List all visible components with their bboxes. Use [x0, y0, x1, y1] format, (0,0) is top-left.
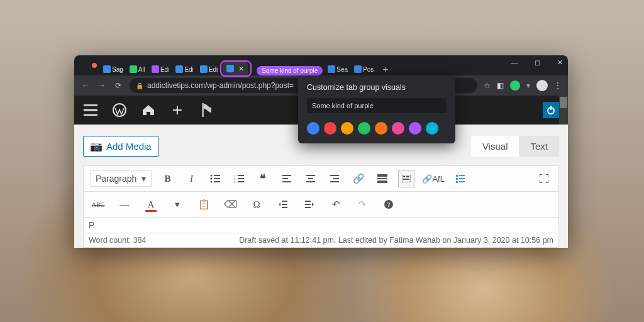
- new-tab-button[interactable]: +: [377, 64, 393, 75]
- bullet-list-button[interactable]: [207, 170, 223, 187]
- svg-rect-26: [377, 178, 387, 179]
- bold-button[interactable]: B: [159, 170, 175, 187]
- reload-button[interactable]: ⟳: [113, 81, 123, 90]
- tab-all[interactable]: All: [127, 63, 148, 75]
- tab-sag[interactable]: Sag: [101, 63, 126, 75]
- star-icon[interactable]: ☆: [484, 81, 491, 90]
- color-swatch-red[interactable]: [324, 122, 336, 135]
- extension-icon[interactable]: [510, 80, 520, 91]
- paste-text-button[interactable]: 📋: [196, 196, 212, 213]
- svg-rect-37: [459, 181, 465, 182]
- svg-rect-23: [333, 178, 339, 179]
- fullscreen-button[interactable]: [536, 170, 552, 187]
- redo-button[interactable]: ↷: [354, 196, 370, 213]
- camera-icon: 📷: [90, 140, 103, 152]
- chevron-down-icon: ▾: [142, 174, 146, 184]
- tab-label: Edi: [160, 66, 169, 73]
- svg-rect-38: [282, 201, 287, 202]
- browser-window: Sag All Edi Edi Edi ✕ Some kind of purpl…: [74, 55, 568, 248]
- checklist-button[interactable]: [452, 170, 469, 187]
- svg-text:3: 3: [234, 180, 236, 183]
- paragraph-label: Paragraph: [96, 174, 136, 184]
- home-icon[interactable]: [141, 103, 156, 118]
- paragraph-dropdown[interactable]: Paragraph ▾: [90, 170, 152, 187]
- tab-group-chip[interactable]: Some kind of purple: [257, 66, 323, 75]
- tab-search[interactable]: Sea: [325, 63, 350, 75]
- undo-button[interactable]: ↶: [328, 196, 344, 213]
- align-left-button[interactable]: [279, 170, 295, 187]
- svg-rect-39: [282, 204, 287, 205]
- color-swatch-cyan[interactable]: [426, 122, 438, 135]
- tab-visual[interactable]: Visual: [471, 136, 519, 157]
- back-button[interactable]: ←: [80, 81, 91, 90]
- color-swatch-green[interactable]: [358, 122, 370, 135]
- recording-indicator-icon: [92, 63, 97, 68]
- italic-button[interactable]: I: [183, 170, 199, 187]
- svg-rect-29: [403, 176, 405, 177]
- new-post-icon[interactable]: +: [170, 103, 185, 118]
- svg-rect-7: [214, 178, 220, 179]
- chevron-down-icon[interactable]: ▾: [169, 196, 186, 213]
- power-icon[interactable]: [543, 102, 559, 118]
- color-swatch-pink[interactable]: [392, 122, 404, 135]
- text-color-button[interactable]: A: [143, 196, 159, 213]
- tab-text[interactable]: Text: [519, 136, 559, 157]
- align-center-button[interactable]: [303, 170, 319, 187]
- color-swatch-blue[interactable]: [307, 122, 319, 135]
- clear-formatting-button[interactable]: ⌫: [222, 196, 238, 213]
- menu-icon[interactable]: ⋮: [554, 81, 562, 90]
- color-swatch-yellow[interactable]: [341, 122, 353, 135]
- svg-point-8: [211, 181, 213, 183]
- close-icon[interactable]: ✕: [238, 65, 244, 73]
- extension-icon[interactable]: ◧: [497, 81, 504, 90]
- extension-icon[interactable]: ▾: [526, 81, 530, 90]
- svg-rect-25: [377, 174, 387, 177]
- minimize-button[interactable]: —: [510, 58, 519, 67]
- tab-label: Pos: [363, 66, 374, 73]
- tab-edit-1[interactable]: Edi: [149, 63, 172, 75]
- color-swatch-orange[interactable]: [375, 122, 387, 135]
- favicon-icon: [175, 65, 183, 73]
- help-button[interactable]: ?: [380, 196, 397, 213]
- svg-rect-35: [459, 178, 465, 179]
- seo-icon[interactable]: [199, 103, 214, 118]
- tab-edit-3[interactable]: Edi: [197, 63, 220, 75]
- scrollbar[interactable]: [559, 96, 568, 125]
- svg-rect-9: [214, 181, 220, 182]
- afl-button[interactable]: 🔗AfL: [422, 170, 445, 187]
- special-char-button[interactable]: Ω: [248, 196, 265, 213]
- strikethrough-button[interactable]: ABC: [90, 196, 106, 213]
- menu-icon[interactable]: [83, 103, 98, 118]
- numbered-list-button[interactable]: 123: [231, 170, 247, 187]
- tab-active[interactable]: ✕: [223, 61, 248, 76]
- add-media-button[interactable]: 📷 Add Media: [83, 136, 158, 157]
- tab-group-popup: Customize tab group visuals: [298, 75, 455, 143]
- tab-posts[interactable]: Pos: [352, 63, 376, 75]
- svg-rect-33: [459, 175, 465, 176]
- svg-rect-24: [330, 181, 339, 182]
- favicon-icon: [354, 65, 362, 73]
- read-more-button[interactable]: [374, 170, 391, 187]
- color-swatches: [307, 122, 447, 135]
- profile-avatar[interactable]: [536, 80, 548, 91]
- hr-button[interactable]: —: [116, 196, 133, 213]
- url-text: addictivetips.com/wp-admin/post.php?post…: [147, 81, 294, 90]
- maximize-button[interactable]: ◻: [533, 58, 541, 67]
- group-name-input[interactable]: [307, 98, 447, 113]
- tab-group-active[interactable]: ✕: [221, 62, 250, 75]
- path-crumb[interactable]: P: [89, 220, 94, 230]
- toolbar-toggle-button[interactable]: [398, 170, 414, 187]
- blockquote-button[interactable]: ❝: [255, 170, 271, 187]
- tab-edit-2[interactable]: Edi: [173, 63, 196, 75]
- indent-button[interactable]: [301, 196, 318, 213]
- svg-text:?: ?: [387, 201, 391, 208]
- close-button[interactable]: ✕: [555, 58, 564, 67]
- link-button[interactable]: 🔗: [350, 170, 367, 187]
- forward-button[interactable]: →: [97, 81, 107, 90]
- svg-rect-17: [282, 178, 288, 179]
- wordpress-icon[interactable]: [112, 103, 127, 118]
- align-right-button[interactable]: [326, 170, 343, 187]
- tab-label: Sag: [112, 66, 123, 73]
- color-swatch-purple[interactable]: [409, 122, 421, 135]
- outdent-button[interactable]: [275, 196, 291, 213]
